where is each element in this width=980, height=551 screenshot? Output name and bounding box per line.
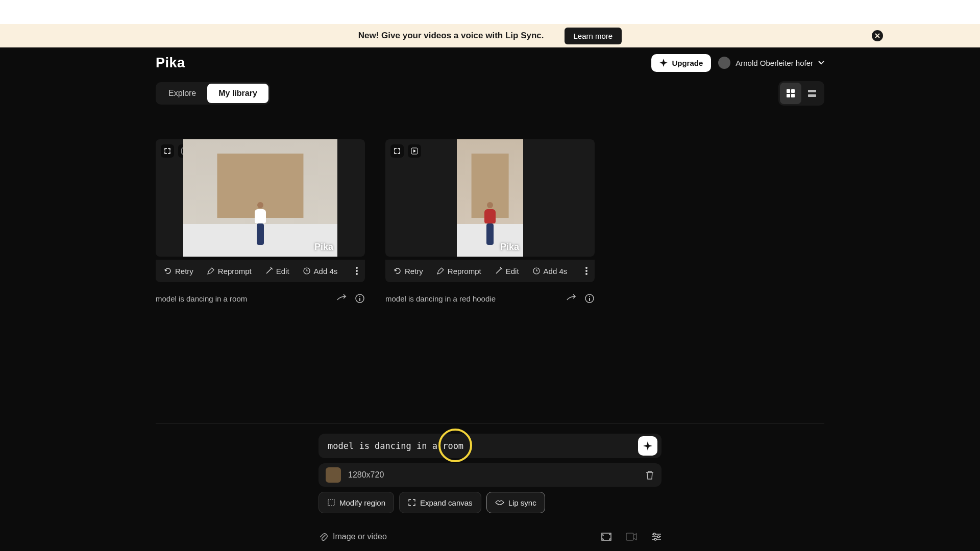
clock-plus-icon [303,267,311,275]
svg-rect-22 [328,499,334,506]
reference-dimensions: 1280x720 [348,470,384,480]
banner-text: New! Give your videos a voice with Lip S… [358,31,544,41]
attachment-hint: Image or video [333,532,387,541]
settings-button[interactable] [651,532,662,541]
share-icon[interactable] [566,293,576,304]
modify-region-button[interactable]: Modify region [318,492,394,513]
upgrade-button[interactable]: Upgrade [651,54,711,72]
share-icon[interactable] [336,293,347,304]
sparkle-icon [659,59,668,67]
svg-rect-1 [791,89,795,93]
sparkle-icon [643,441,652,450]
prompt-row [318,434,662,458]
clock-plus-icon [532,267,541,275]
view-toggle [778,81,824,106]
svg-rect-0 [787,89,790,93]
info-icon[interactable] [584,293,595,304]
edit-button[interactable]: Edit [259,263,296,280]
wand-icon [265,267,273,275]
svg-point-17 [585,270,587,272]
svg-rect-24 [626,533,633,540]
watermark: Pika [500,242,519,253]
announcement-banner: New! Give your videos a voice with Lip S… [0,24,980,47]
retry-icon [164,267,172,275]
pencil-icon [436,267,445,275]
video-caption: model is dancing in a red hoodie [385,294,496,303]
svg-point-10 [356,273,358,275]
logo: Pika [156,55,185,71]
grid-icon [786,89,795,98]
trash-icon [645,470,654,480]
tab-switcher: Explore My library [156,82,270,105]
tab-explore[interactable]: Explore [157,84,207,103]
add-4s-button[interactable]: Add 4s [297,263,344,280]
divider [156,423,824,423]
video-card: Pika Retry Reprompt [156,139,365,304]
svg-rect-4 [808,90,816,92]
prompt-input[interactable] [328,441,638,451]
retry-icon [394,267,402,275]
more-icon[interactable] [580,263,593,279]
edit-button[interactable]: Edit [488,263,525,280]
username: Arnold Oberleiter hofer [736,59,813,67]
svg-rect-3 [791,94,795,97]
reprompt-button[interactable]: Reprompt [430,263,487,280]
lip-sync-button[interactable]: Lip sync [486,492,545,513]
video-caption: model is dancing in a room [156,294,247,303]
submit-button[interactable] [638,436,657,456]
attachment-icon[interactable] [318,532,328,542]
camera-button[interactable] [626,533,637,541]
aspect-ratio-button[interactable] [601,533,611,541]
close-icon[interactable] [872,30,883,41]
delete-reference-button[interactable] [645,470,654,480]
play-in-card-icon[interactable] [408,144,421,158]
chevron-down-icon [818,61,824,65]
svg-point-18 [585,273,587,275]
svg-point-8 [356,267,358,269]
list-icon [807,89,817,98]
lips-icon [495,499,504,506]
info-icon[interactable] [355,293,365,304]
pencil-icon [207,267,215,275]
expand-icon[interactable] [390,144,404,158]
svg-point-12 [359,296,360,297]
expand-canvas-button[interactable]: Expand canvas [399,492,481,513]
svg-rect-13 [359,298,360,301]
list-view-button[interactable] [801,83,823,104]
tab-my-library[interactable]: My library [207,84,268,103]
svg-point-9 [356,270,358,272]
grid-view-button[interactable] [780,83,801,104]
reprompt-button[interactable]: Reprompt [201,263,258,280]
learn-more-button[interactable]: Learn more [565,28,622,44]
svg-point-27 [654,538,656,540]
video-card: Pika Retry Reprompt [385,139,595,304]
wand-icon [495,267,503,275]
reference-thumbnail[interactable] [326,467,341,483]
tools-row: Modify region Expand canvas Lip sync [318,492,662,513]
svg-rect-2 [787,94,790,97]
retry-button[interactable]: Retry [158,263,200,280]
video-thumbnail[interactable]: Pika [385,139,595,257]
add-4s-button[interactable]: Add 4s [526,263,574,280]
svg-rect-21 [589,298,590,301]
more-icon[interactable] [351,263,363,279]
video-thumbnail[interactable]: Pika [156,139,365,257]
profile-menu[interactable]: Arnold Oberleiter hofer [718,57,824,69]
watermark: Pika [314,242,333,253]
svg-rect-5 [808,94,816,97]
svg-point-20 [589,296,590,297]
expand-icon [408,498,416,507]
svg-point-16 [585,267,587,269]
svg-point-25 [653,533,655,535]
reference-row: 1280x720 [318,463,662,487]
avatar [718,57,730,69]
crop-icon [327,498,335,507]
svg-point-26 [657,536,659,538]
retry-button[interactable]: Retry [387,263,429,280]
expand-icon[interactable] [161,144,174,158]
